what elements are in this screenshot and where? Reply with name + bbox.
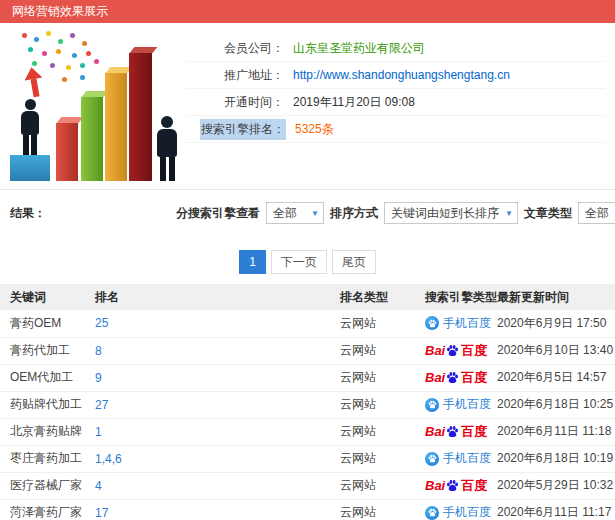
chevron-down-icon: ▼ [311,203,319,225]
next-page-button[interactable]: 下一页 [271,250,327,274]
updated-cell: 2020年6月11日 11:17 [497,499,615,520]
updated-cell: 2020年6月11日 11:18 [497,418,615,445]
mobile-baidu-badge: 手机百度 [425,396,491,413]
sort-select[interactable]: 关键词由短到长排序 ▼ [384,202,518,224]
engine-cell: 手机百度 [425,445,497,472]
promo-url-row: 推广地址： http://www.shandonghuangshengtang.… [186,62,605,89]
member-company-row: 会员公司： 山东皇圣堂药业有限公司 [186,35,605,62]
baidu-logo-latin: Bai [425,343,445,358]
updated-cell: 2020年6月9日 17:50 [497,310,615,337]
mobile-baidu-icon [425,316,439,330]
keyword-cell: 枣庄膏药加工 [0,445,95,472]
rank-type-cell: 云网站 [340,337,425,364]
keyword-cell: 膏药OEM [0,310,95,337]
article-type-label: 文章类型 [524,205,572,222]
member-company-link[interactable]: 山东皇圣堂药业有限公司 [293,40,425,57]
bar-graphic-green [81,97,103,181]
mobile-baidu-icon [425,398,439,412]
rank-cell: 1,4,6 [95,445,340,472]
baidu-logo-cn: 百度 [461,342,487,360]
open-time-label: 开通时间： [186,94,284,111]
baidu-logo-cn: 百度 [461,369,487,387]
baidu-paw-icon [446,479,459,492]
keyword-cell: 菏泽膏药厂家 [0,499,95,520]
rank-type-cell: 云网站 [340,472,425,499]
rank-link[interactable]: 17 [95,506,108,520]
col-header-rank: 排名 [95,284,340,310]
rank-link[interactable]: 1,4,6 [95,452,122,466]
engine-filter-select[interactable]: 全部 ▼ [266,202,324,224]
engine-rank-count-value: 5325条 [295,121,334,138]
rank-cell: 4 [95,472,340,499]
updated-cell: 2020年6月18日 10:25 [497,391,615,418]
baidu-logo-cn: 百度 [461,423,487,441]
keyword-cell: 膏药代加工 [0,337,95,364]
mobile-baidu-icon [425,452,439,466]
rank-link[interactable]: 25 [95,316,108,330]
table-row: OEM代加工 9 云网站 Bai 百度 2020年6月5日 14:57 [0,364,615,391]
rank-cell: 1 [95,418,340,445]
rank-link[interactable]: 27 [95,398,108,412]
engine-rank-count-row: 搜索引擎排名： 5325条 [186,116,605,143]
rank-type-cell: 云网站 [340,391,425,418]
confetti-graphic [22,33,27,38]
rank-cell: 27 [95,391,340,418]
promo-url-label: 推广地址： [186,67,284,84]
table-row: 药贴牌代加工 27 云网站 手机百度 2020年6月18日 10:25 [0,391,615,418]
keyword-cell: 北京膏药贴牌 [0,418,95,445]
rank-cell: 8 [95,337,340,364]
rank-link[interactable]: 8 [95,344,102,358]
paw-icon [428,319,437,328]
baidu-paw-icon [446,371,459,384]
baidu-logo: Bai 百度 [425,423,487,441]
table-row: 菏泽膏药厂家 17 云网站 手机百度 2020年6月11日 11:17 [0,499,615,520]
mobile-baidu-badge: 手机百度 [425,450,491,467]
engine-cell: 手机百度 [425,499,497,520]
company-info: 会员公司： 山东皇圣堂药业有限公司 推广地址： http://www.shand… [186,29,615,181]
rank-link[interactable]: 4 [95,479,102,493]
baidu-logo-cn: 百度 [461,477,487,495]
updated-cell: 2020年6月18日 10:19 [497,445,615,472]
rank-type-cell: 云网站 [340,445,425,472]
open-time-value: 2019年11月20日 09:08 [293,94,415,111]
marketing-report-page: 网络营销效果展示 [0,0,615,520]
engine-cell: Bai 百度 [425,364,497,391]
baidu-logo-latin: Bai [425,478,445,493]
article-type-value: 全部 [585,206,609,220]
baidu-logo: Bai 百度 [425,369,487,387]
last-page-button[interactable]: 尾页 [332,250,376,274]
member-company-label: 会员公司： [186,40,284,57]
engine-cell: Bai 百度 [425,472,497,499]
rank-link[interactable]: 1 [95,425,102,439]
engine-rank-count-label: 搜索引擎排名： [200,119,286,140]
pagination: 1 下一页 尾页 [0,250,615,274]
rank-cell: 17 [95,499,340,520]
info-section: 会员公司： 山东皇圣堂药业有限公司 推广地址： http://www.shand… [0,23,615,189]
article-type-select[interactable]: 全部 ▼ [578,202,615,224]
engine-cell: 手机百度 [425,310,497,337]
keyword-cell: 药贴牌代加工 [0,391,95,418]
rank-cell: 25 [95,310,340,337]
table-row: 膏药代加工 8 云网站 Bai 百度 2020年6月10日 13:40 [0,337,615,364]
mobile-baidu-label: 手机百度 [443,504,491,520]
podium-graphic [10,155,50,181]
results-table: 关键词 排名 排名类型 搜索引擎类型 最新更新时间 膏药OEM 25 云网站 [0,284,615,520]
promo-url-link[interactable]: http://www.shandonghuangshengtang.cn [293,68,510,82]
sort-select-value: 关键词由短到长排序 [391,206,499,220]
updated-cell: 2020年6月10日 13:40 [497,337,615,364]
table-row: 医疗器械厂家 4 云网站 Bai 百度 2020年5月29日 10:32 [0,472,615,499]
mobile-baidu-icon [425,506,439,520]
bar-graphic-gold [105,73,127,181]
page-title: 网络营销效果展示 [12,4,108,18]
filter-controls: 分搜索引擎查看 全部 ▼ 排序方式 关键词由短到长排序 ▼ 文章类型 全部 ▼ … [174,201,615,225]
results-table-body: 膏药OEM 25 云网站 手机百度 2020年6月9日 17:50 膏药代加工 … [0,310,615,520]
rank-type-cell: 云网站 [340,310,425,337]
rank-link[interactable]: 9 [95,371,102,385]
baidu-paw-icon [446,344,459,357]
sort-label: 排序方式 [330,205,378,222]
baidu-logo-latin: Bai [425,370,445,385]
bar-graphic-red [56,123,78,181]
businessman-right-graphic [154,116,180,181]
page-button-current[interactable]: 1 [239,250,266,274]
rank-cell: 9 [95,364,340,391]
